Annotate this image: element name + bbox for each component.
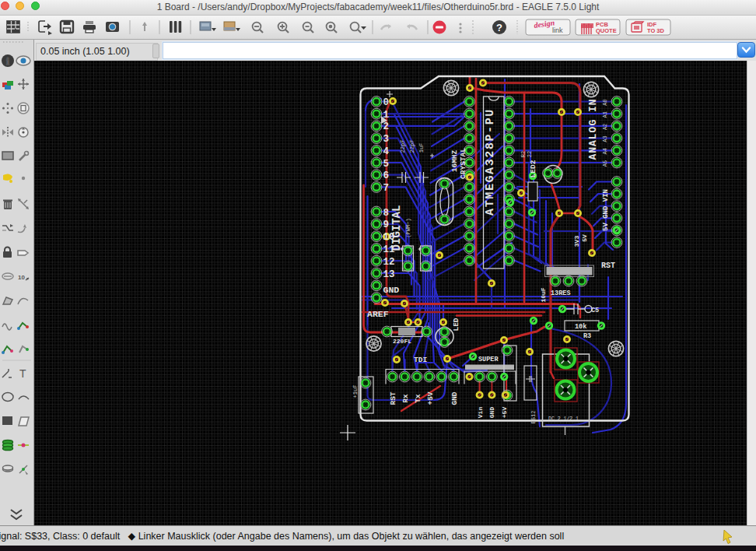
svg-text:220FL: 220FL bbox=[393, 338, 411, 345]
svg-text:DIGITAL: DIGITAL bbox=[390, 205, 403, 251]
svg-text:CRYSTAL: CRYSTAL bbox=[459, 148, 467, 179]
svg-text:13RES: 13RES bbox=[551, 290, 571, 297]
svg-text:10: 10 bbox=[18, 274, 25, 281]
svg-text:22pF: 22pF bbox=[400, 140, 406, 153]
svg-text:TDI: TDI bbox=[414, 356, 427, 364]
svg-text:5V: 5V bbox=[581, 234, 588, 242]
svg-text:link: link bbox=[552, 26, 563, 34]
svg-text:+5V: +5V bbox=[426, 391, 435, 405]
svg-text:DC 2.1/2.1: DC 2.1/2.1 bbox=[548, 416, 579, 422]
svg-text:5V GND VIN: 5V GND VIN bbox=[602, 189, 610, 231]
svg-text:C5: C5 bbox=[591, 307, 599, 314]
svg-text:10k: 10k bbox=[575, 323, 586, 331]
svg-text:GND: GND bbox=[488, 407, 495, 419]
svg-text:GND: GND bbox=[383, 285, 400, 295]
svg-text:(PWM~): (PWM~) bbox=[405, 218, 411, 237]
svg-text:LED: LED bbox=[452, 318, 460, 331]
svg-text:A5: A5 bbox=[602, 160, 608, 167]
svg-text:Vin: Vin bbox=[477, 407, 484, 419]
svg-text:12: 12 bbox=[383, 257, 395, 268]
svg-text:2: 2 bbox=[383, 121, 390, 132]
svg-text:Rx: Rx bbox=[401, 394, 410, 403]
svg-text:10uF: 10uF bbox=[540, 287, 547, 302]
svg-text:1: 1 bbox=[383, 110, 390, 121]
svg-text:LED2: LED2 bbox=[529, 160, 537, 177]
svg-text:A0: A0 bbox=[602, 99, 608, 105]
svg-text:A4: A4 bbox=[602, 148, 608, 154]
svg-text:4: 4 bbox=[383, 146, 390, 157]
svg-text:3: 3 bbox=[383, 134, 390, 145]
svg-text:AREF: AREF bbox=[367, 309, 389, 319]
svg-text:ATMEGA328P-PU: ATMEGA328P-PU bbox=[484, 108, 497, 216]
svg-text:SUPER: SUPER bbox=[478, 356, 499, 363]
svg-text:A1: A1 bbox=[602, 111, 608, 118]
svg-text:QUOTE: QUOTE bbox=[596, 27, 617, 34]
svg-text:8: 8 bbox=[383, 208, 390, 219]
svg-text:22: 22 bbox=[527, 151, 533, 157]
svg-text:3V3: 3V3 bbox=[573, 236, 580, 247]
svg-text:R2: R2 bbox=[520, 151, 527, 157]
svg-text:?: ? bbox=[496, 22, 502, 33]
svg-text:5: 5 bbox=[383, 159, 390, 170]
svg-text:A2: A2 bbox=[602, 124, 608, 130]
svg-text:R3: R3 bbox=[583, 332, 591, 340]
svg-text:RST: RST bbox=[389, 391, 397, 405]
svg-text:E$12: E$12 bbox=[530, 411, 537, 424]
svg-text:22pF: 22pF bbox=[409, 140, 415, 153]
svg-text:+5V: +5V bbox=[501, 407, 508, 419]
svg-text:13: 13 bbox=[383, 269, 395, 280]
svg-text:TO 3D: TO 3D bbox=[647, 27, 665, 34]
svg-text:6: 6 bbox=[383, 170, 390, 181]
svg-text:+1uF: +1uF bbox=[352, 385, 359, 398]
svg-text:16MHZ: 16MHZ bbox=[450, 149, 459, 172]
svg-text:T: T bbox=[19, 367, 26, 380]
svg-text:GND: GND bbox=[450, 391, 459, 405]
svg-text:RST: RST bbox=[601, 261, 615, 270]
svg-text:A3: A3 bbox=[602, 135, 608, 142]
svg-text:1uF: 1uF bbox=[418, 143, 425, 153]
svg-text:ANALOG IN: ANALOG IN bbox=[587, 98, 599, 160]
svg-text:Tx: Tx bbox=[414, 394, 422, 403]
svg-text:9: 9 bbox=[383, 219, 390, 230]
svg-text:7: 7 bbox=[383, 183, 390, 194]
svg-text:0: 0 bbox=[383, 97, 390, 108]
